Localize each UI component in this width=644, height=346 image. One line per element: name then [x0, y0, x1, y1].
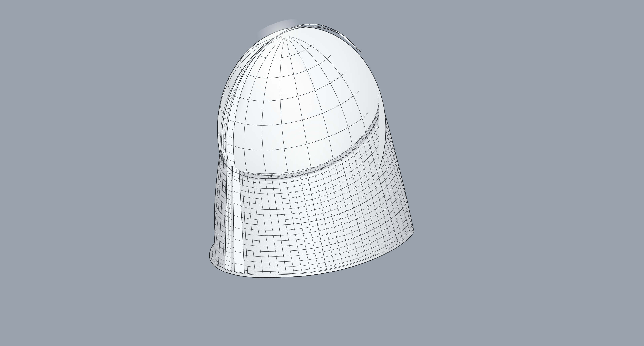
viewport-canvas[interactable] — [0, 0, 644, 346]
cad-viewport[interactable] — [0, 0, 644, 346]
